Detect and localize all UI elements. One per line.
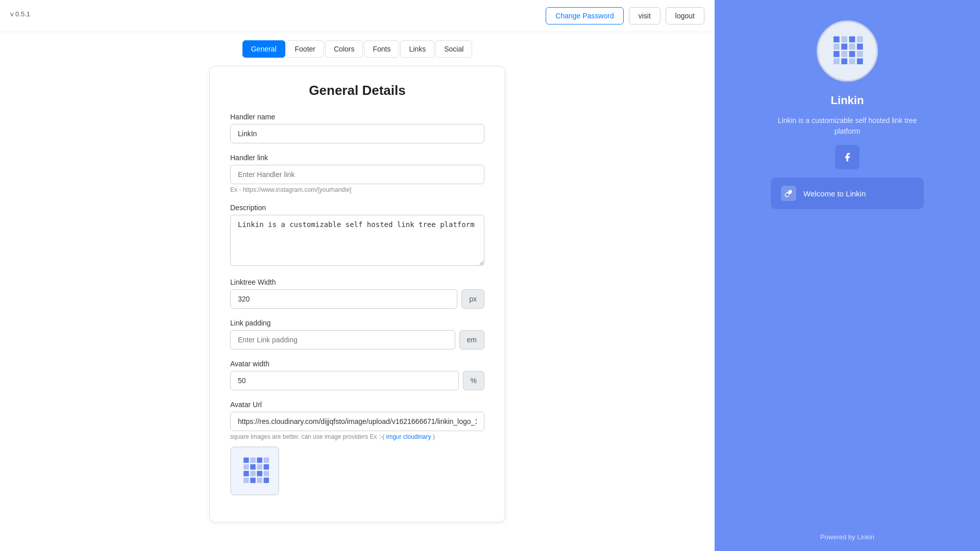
avatar-width-group: Avatar width %	[230, 360, 484, 390]
avatar-width-unit: %	[463, 371, 484, 390]
svg-rect-22	[849, 44, 855, 50]
svg-rect-4	[243, 464, 249, 470]
link-padding-label: Link padding	[230, 319, 484, 327]
svg-rect-23	[857, 44, 863, 50]
form-title: General Details	[230, 83, 484, 98]
preview-description: Linkin is a customizable self hosted lin…	[776, 115, 919, 137]
logout-button[interactable]: logout	[666, 7, 704, 24]
handler-name-group: Handler name	[230, 113, 484, 143]
version-text: v 0.5.1	[10, 10, 30, 18]
svg-rect-24	[834, 51, 840, 57]
svg-rect-12	[243, 478, 249, 483]
svg-rect-13	[250, 478, 256, 483]
link-padding-input[interactable]	[230, 330, 455, 349]
linktree-width-unit: px	[461, 289, 484, 309]
general-form-card: General Details Handler name Handler lin…	[209, 66, 505, 522]
preview-link-label: Welcome to Linkin	[803, 189, 866, 198]
linktree-width-input[interactable]	[230, 289, 457, 309]
svg-rect-6	[257, 464, 262, 470]
svg-rect-9	[250, 471, 256, 477]
tab-social[interactable]: Social	[435, 40, 472, 58]
svg-rect-28	[834, 58, 840, 64]
handler-name-label: Handler name	[230, 113, 484, 121]
description-label: Description	[230, 204, 484, 212]
svg-rect-26	[849, 51, 855, 57]
handler-link-label: Handler link	[230, 154, 484, 162]
avatar-url-label: Avatar Url	[230, 400, 484, 409]
svg-rect-20	[834, 44, 840, 50]
svg-rect-14	[257, 478, 262, 483]
change-password-button[interactable]: Change Password	[546, 7, 623, 24]
linktree-width-label: Linktree Width	[230, 278, 484, 286]
preview-link-button[interactable]: Welcome to Linkin	[771, 178, 924, 209]
tab-footer[interactable]: Footer	[286, 40, 324, 58]
svg-rect-29	[841, 58, 847, 64]
avatar-url-hint-text: square images are better. can use image …	[230, 433, 386, 440]
imgur-link[interactable]: imgur	[386, 433, 401, 440]
svg-rect-11	[264, 471, 270, 477]
link-padding-unit: em	[459, 330, 484, 349]
tab-fonts[interactable]: Fonts	[364, 40, 399, 58]
preview-name: Linkin	[831, 94, 864, 107]
svg-rect-25	[841, 51, 847, 57]
svg-rect-10	[257, 471, 262, 477]
preview-link-icon	[781, 186, 796, 201]
preview-content: Linkin Linkin is a customizable self hos…	[730, 20, 965, 209]
link-icon	[785, 189, 793, 197]
svg-rect-8	[243, 471, 249, 477]
avatar-url-hint: square images are better. can use image …	[230, 433, 484, 440]
avatar-width-input[interactable]	[230, 371, 459, 390]
handler-link-hint: Ex - https://www.instagram.com/[yourhand…	[230, 186, 484, 193]
svg-rect-15	[264, 478, 270, 483]
svg-rect-30	[849, 58, 855, 64]
svg-rect-5	[250, 464, 256, 470]
tab-colors[interactable]: Colors	[325, 40, 363, 58]
cloudinary-link[interactable]: cloudinary	[403, 433, 431, 440]
preview-panel: Linkin Linkin is a customizable self hos…	[715, 0, 980, 551]
avatar-width-label: Avatar width	[230, 360, 484, 368]
handler-link-input[interactable]	[230, 165, 484, 184]
svg-rect-31	[857, 58, 863, 64]
link-padding-input-group: em	[230, 330, 484, 349]
avatar-url-group: Avatar Url square images are better. can…	[230, 400, 484, 495]
link-padding-group: Link padding em	[230, 319, 484, 349]
linktree-width-input-group: px	[230, 289, 484, 309]
powered-by-text: Powered by Linkin	[820, 533, 874, 541]
tab-bar: General Footer Colors Fonts Links Social	[0, 32, 715, 66]
svg-rect-0	[243, 458, 249, 463]
linktree-width-group: Linktree Width px	[230, 278, 484, 309]
svg-rect-18	[849, 36, 855, 42]
svg-rect-16	[834, 36, 840, 42]
description-group: Description Linkin is a customizable sel…	[230, 204, 484, 268]
avatar-url-input[interactable]	[230, 412, 484, 431]
facebook-icon	[842, 152, 852, 162]
description-input[interactable]: Linkin is a customizable self hosted lin…	[230, 215, 484, 266]
tab-general[interactable]: General	[242, 40, 285, 58]
svg-rect-21	[841, 44, 847, 50]
svg-rect-27	[857, 51, 863, 57]
svg-rect-17	[841, 36, 847, 42]
svg-rect-1	[250, 458, 256, 463]
visit-button[interactable]: visit	[629, 7, 660, 24]
avatar-width-input-group: %	[230, 371, 484, 390]
svg-rect-7	[264, 464, 270, 470]
top-bar: Change Password visit logout	[0, 0, 715, 32]
svg-rect-3	[264, 458, 270, 463]
preview-social-button[interactable]	[835, 145, 860, 169]
preview-logo	[829, 33, 866, 69]
handler-name-input[interactable]	[230, 124, 484, 143]
avatar-preview	[230, 446, 279, 495]
preview-avatar	[817, 20, 878, 82]
svg-rect-19	[857, 36, 863, 42]
svg-rect-2	[257, 458, 262, 463]
avatar-preview-image	[237, 453, 273, 489]
handler-link-group: Handler link Ex - https://www.instagram.…	[230, 154, 484, 193]
tab-links[interactable]: Links	[400, 40, 434, 58]
